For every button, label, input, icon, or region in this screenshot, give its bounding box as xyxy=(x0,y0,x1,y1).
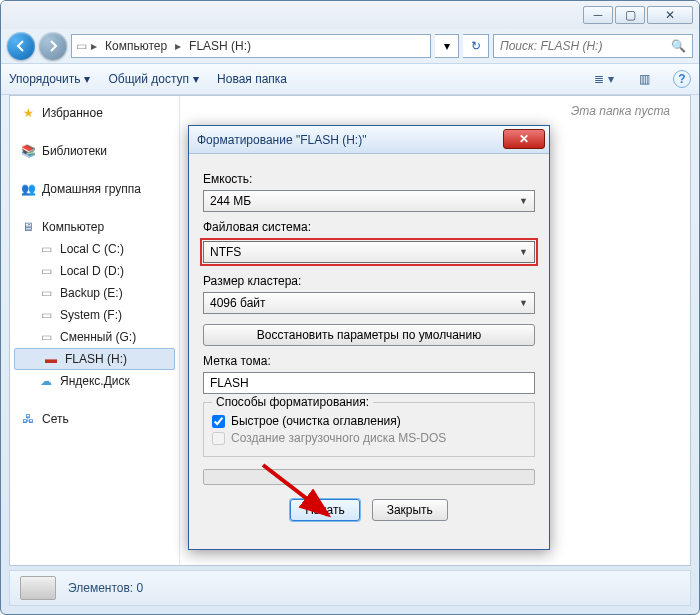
volume-label-input[interactable] xyxy=(203,372,535,394)
status-text: Элементов: 0 xyxy=(68,581,143,595)
sidebar-network[interactable]: 🖧Сеть xyxy=(10,408,179,430)
sidebar-label: Сеть xyxy=(42,412,69,426)
restore-defaults-button[interactable]: Восстановить параметры по умолчанию xyxy=(203,324,535,346)
quick-format-label: Быстрое (очистка оглавления) xyxy=(231,414,401,428)
sidebar-label: Библиотеки xyxy=(42,144,107,158)
dialog-titlebar: Форматирование "FLASH (H:)" ✕ xyxy=(189,126,549,154)
window-close-button[interactable]: ✕ xyxy=(647,6,693,24)
elements-count: 0 xyxy=(137,581,144,595)
filesystem-highlight: NTFS ▼ xyxy=(200,238,538,266)
sidebar-label: Сменный (G:) xyxy=(60,330,136,344)
dialog-body: Емкость: 244 МБ ▼ Файловая система: NTFS… xyxy=(189,154,549,531)
search-input[interactable] xyxy=(500,39,665,53)
close-label: Закрыть xyxy=(387,503,433,517)
nav-row: ▭ ▸ Компьютер ▸ FLASH (H:) ▾ ↻ 🔍 xyxy=(1,29,699,63)
capacity-combo[interactable]: 244 МБ ▼ xyxy=(203,190,535,212)
sidebar-libraries[interactable]: 📚Библиотеки xyxy=(10,140,179,162)
maximize-button[interactable]: ▢ xyxy=(615,6,645,24)
usb-drive-icon: ▬ xyxy=(43,351,59,367)
organize-label: Упорядочить xyxy=(9,72,80,86)
sidebar: ★Избранное 📚Библиотеки 👥Домашняя группа … xyxy=(10,96,180,565)
network-icon: 🖧 xyxy=(20,411,36,427)
filesystem-value: NTFS xyxy=(210,245,241,259)
sidebar-homegroup[interactable]: 👥Домашняя группа xyxy=(10,178,179,200)
new-folder-button[interactable]: Новая папка xyxy=(217,72,287,86)
cloud-icon: ☁ xyxy=(38,373,54,389)
chevron-right-icon: ▸ xyxy=(175,39,181,53)
format-dialog: Форматирование "FLASH (H:)" ✕ Емкость: 2… xyxy=(188,125,550,550)
cluster-combo[interactable]: 4096 байт ▼ xyxy=(203,292,535,314)
format-methods-legend: Способы форматирования: xyxy=(212,395,373,409)
chevron-down-icon: ▼ xyxy=(519,196,528,206)
chevron-right-icon: ▸ xyxy=(91,39,97,53)
drive-icon: ▭ xyxy=(38,263,54,279)
sidebar-favorites[interactable]: ★Избранное xyxy=(10,102,179,124)
library-icon: 📚 xyxy=(20,143,36,159)
view-options-button[interactable]: ≣ ▾ xyxy=(593,68,615,90)
format-methods-group: Способы форматирования: Быстрое (очистка… xyxy=(203,402,535,457)
breadcrumb-computer[interactable]: Компьютер xyxy=(101,39,171,53)
organize-button[interactable]: Упорядочить ▾ xyxy=(9,72,90,86)
sidebar-label: System (F:) xyxy=(60,308,122,322)
chevron-down-icon: ▼ xyxy=(519,247,528,257)
refresh-button[interactable]: ↻ xyxy=(463,34,489,58)
drive-icon: ▭ xyxy=(38,329,54,345)
msdos-boot-input xyxy=(212,432,225,445)
dialog-title: Форматирование "FLASH (H:)" xyxy=(197,133,366,147)
address-bar[interactable]: ▭ ▸ Компьютер ▸ FLASH (H:) xyxy=(71,34,431,58)
start-button[interactable]: Начать xyxy=(290,499,360,521)
toolbar: Упорядочить ▾ Общий доступ ▾ Новая папка… xyxy=(1,63,699,95)
star-icon: ★ xyxy=(20,105,36,121)
msdos-boot-checkbox: Создание загрузочного диска MS-DOS xyxy=(212,431,526,445)
capacity-label: Емкость: xyxy=(203,172,535,186)
new-folder-label: Новая папка xyxy=(217,72,287,86)
search-icon: 🔍 xyxy=(671,39,686,53)
chevron-down-icon: ▾ xyxy=(193,72,199,86)
sidebar-label: Backup (E:) xyxy=(60,286,123,300)
share-button[interactable]: Общий доступ ▾ xyxy=(108,72,199,86)
drive-icon: ▭ xyxy=(38,241,54,257)
titlebar: ─ ▢ ✕ xyxy=(1,1,699,29)
sidebar-label: FLASH (H:) xyxy=(65,352,127,366)
help-button[interactable]: ? xyxy=(673,70,691,88)
search-box[interactable]: 🔍 xyxy=(493,34,693,58)
homegroup-icon: 👥 xyxy=(20,181,36,197)
sidebar-label: Яндекс.Диск xyxy=(60,374,130,388)
sidebar-computer[interactable]: 🖥Компьютер xyxy=(10,216,179,238)
sidebar-drive-c[interactable]: ▭Local C (C:) xyxy=(10,238,179,260)
restore-label: Восстановить параметры по умолчанию xyxy=(257,328,481,342)
sidebar-drive-f[interactable]: ▭System (F:) xyxy=(10,304,179,326)
empty-folder-text: Эта папка пуста xyxy=(571,104,670,118)
start-label: Начать xyxy=(305,503,345,517)
sidebar-label: Домашняя группа xyxy=(42,182,141,196)
filesystem-label: Файловая система: xyxy=(203,220,535,234)
sidebar-drive-e[interactable]: ▭Backup (E:) xyxy=(10,282,179,304)
drive-icon: ▭ xyxy=(76,39,87,53)
address-dropdown[interactable]: ▾ xyxy=(435,34,459,58)
elements-label: Элементов: xyxy=(68,581,133,595)
close-button[interactable]: Закрыть xyxy=(372,499,448,521)
quick-format-checkbox[interactable]: Быстрое (очистка оглавления) xyxy=(212,414,526,428)
sidebar-drive-d[interactable]: ▭Local D (D:) xyxy=(10,260,179,282)
capacity-value: 244 МБ xyxy=(210,194,251,208)
filesystem-combo[interactable]: NTFS ▼ xyxy=(203,241,535,263)
msdos-boot-label: Создание загрузочного диска MS-DOS xyxy=(231,431,446,445)
breadcrumb-drive[interactable]: FLASH (H:) xyxy=(185,39,255,53)
preview-pane-button[interactable]: ▥ xyxy=(633,68,655,90)
sidebar-drive-g[interactable]: ▭Сменный (G:) xyxy=(10,326,179,348)
minimize-button[interactable]: ─ xyxy=(583,6,613,24)
status-bar: Элементов: 0 xyxy=(9,570,691,606)
sidebar-yandex-disk[interactable]: ☁Яндекс.Диск xyxy=(10,370,179,392)
chevron-down-icon: ▾ xyxy=(84,72,90,86)
sidebar-drive-h[interactable]: ▬FLASH (H:) xyxy=(14,348,175,370)
back-button[interactable] xyxy=(7,32,35,60)
volume-label-label: Метка тома: xyxy=(203,354,535,368)
dialog-close-button[interactable]: ✕ xyxy=(503,129,545,149)
dialog-actions: Начать Закрыть xyxy=(203,499,535,521)
quick-format-input[interactable] xyxy=(212,415,225,428)
chevron-down-icon: ▼ xyxy=(519,298,528,308)
sidebar-label: Local D (D:) xyxy=(60,264,124,278)
sidebar-label: Local C (C:) xyxy=(60,242,124,256)
forward-button[interactable] xyxy=(39,32,67,60)
drive-thumbnail-icon xyxy=(20,576,56,600)
